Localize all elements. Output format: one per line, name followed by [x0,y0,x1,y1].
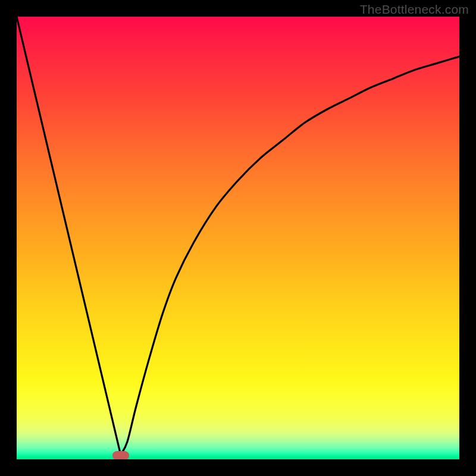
watermark-text: TheBottleneck.com [360,2,469,17]
optimum-indicator [112,451,129,459]
plot-area [17,17,459,459]
chart-frame: TheBottleneck.com [0,0,476,476]
bottleneck-curve [17,17,459,459]
